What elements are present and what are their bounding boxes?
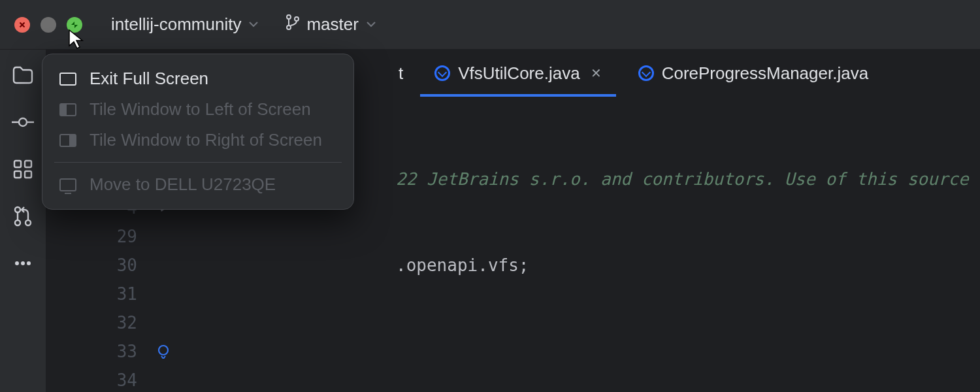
chevron-down-icon bbox=[248, 14, 259, 35]
svg-point-9 bbox=[15, 220, 20, 225]
left-sidebar bbox=[0, 50, 46, 392]
traffic-lights bbox=[14, 17, 82, 33]
svg-rect-7 bbox=[25, 171, 31, 178]
implements-gutter-icon[interactable] bbox=[148, 337, 179, 366]
branch-icon bbox=[286, 14, 300, 35]
monitor-icon bbox=[59, 178, 76, 191]
tab-label: VfsUtilCore.java bbox=[458, 63, 580, 84]
svg-point-14 bbox=[159, 346, 168, 355]
more-tool-icon[interactable] bbox=[12, 252, 34, 274]
window-fullscreen-button[interactable] bbox=[67, 17, 82, 33]
svg-point-8 bbox=[15, 207, 20, 212]
java-class-icon bbox=[434, 65, 450, 81]
svg-point-11 bbox=[15, 261, 19, 265]
svg-point-2 bbox=[295, 17, 299, 21]
window-minimize-button[interactable] bbox=[41, 17, 56, 33]
project-dropdown[interactable]: intellij-community bbox=[111, 14, 259, 35]
menu-tile-left: Tile Window to Left of Screen bbox=[42, 94, 353, 125]
svg-point-3 bbox=[19, 118, 27, 126]
close-icon[interactable]: ✕ bbox=[591, 65, 602, 81]
java-class-icon bbox=[638, 65, 654, 81]
svg-point-1 bbox=[287, 25, 291, 29]
titlebar: intellij-community master bbox=[0, 0, 980, 50]
tab-coreprogressmanager[interactable]: CoreProgressManager.java bbox=[620, 50, 887, 97]
fullscreen-exit-icon bbox=[59, 73, 76, 86]
menu-separator bbox=[54, 162, 342, 163]
commit-tool-icon[interactable] bbox=[12, 111, 34, 133]
structure-tool-icon[interactable] bbox=[12, 158, 34, 180]
svg-rect-5 bbox=[25, 161, 31, 167]
svg-rect-6 bbox=[14, 171, 21, 178]
menu-move-to-display: Move to DELL U2723QE bbox=[42, 169, 353, 200]
tab-label: CoreProgressManager.java bbox=[662, 63, 869, 84]
tab-vfsutilcore[interactable]: VfsUtilCore.java ✕ bbox=[416, 50, 619, 97]
tile-left-icon bbox=[59, 103, 76, 116]
hidden-tab-suffix: t bbox=[399, 63, 403, 84]
svg-point-13 bbox=[27, 261, 31, 265]
svg-point-12 bbox=[21, 261, 25, 265]
project-tool-icon[interactable] bbox=[12, 64, 34, 86]
chevron-down-icon bbox=[365, 14, 377, 35]
svg-point-10 bbox=[25, 220, 31, 225]
svg-point-0 bbox=[287, 15, 291, 19]
tile-right-icon bbox=[59, 134, 76, 147]
pull-requests-tool-icon[interactable] bbox=[12, 205, 34, 227]
branch-dropdown[interactable]: master bbox=[286, 14, 376, 35]
menu-tile-right: Tile Window to Right of Screen bbox=[42, 125, 353, 155]
project-name: intellij-community bbox=[111, 14, 241, 35]
menu-exit-fullscreen[interactable]: Exit Full Screen bbox=[42, 63, 353, 94]
window-context-menu: Exit Full Screen Tile Window to Left of … bbox=[42, 54, 354, 210]
window-close-button[interactable] bbox=[14, 17, 30, 33]
svg-rect-4 bbox=[14, 161, 21, 167]
branch-name: master bbox=[306, 14, 358, 35]
